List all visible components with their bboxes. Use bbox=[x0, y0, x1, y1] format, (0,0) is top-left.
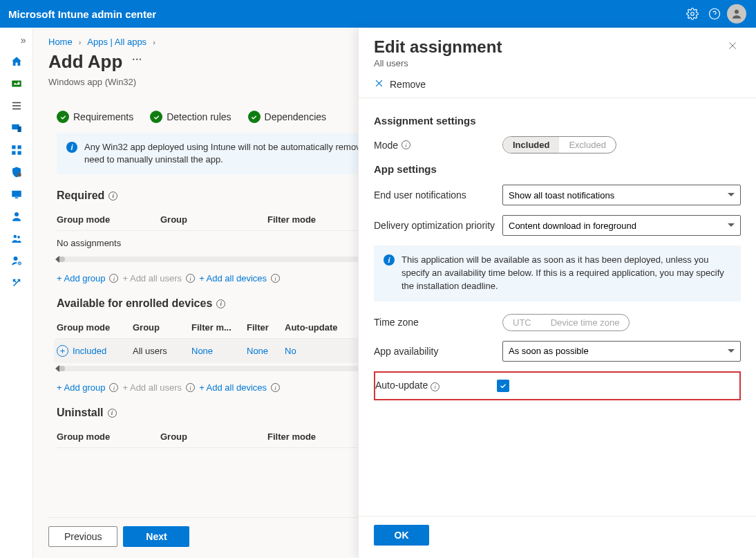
mode-toggle[interactable]: Included Excluded bbox=[502, 136, 616, 154]
check-icon bbox=[150, 111, 162, 123]
col-filter: Filter bbox=[247, 322, 285, 333]
add-all-devices-link[interactable]: + Add all devices bbox=[199, 273, 267, 283]
auto-update-highlight: Auto-update i bbox=[374, 371, 741, 400]
left-nav-rail: » bbox=[0, 28, 33, 558]
col-group: Group bbox=[133, 322, 191, 333]
timezone-label: Time zone bbox=[374, 317, 419, 328]
check-icon bbox=[57, 111, 69, 123]
tab-dependencies[interactable]: Dependencies bbox=[248, 111, 327, 123]
info-icon: i bbox=[384, 254, 395, 266]
security-icon[interactable] bbox=[3, 162, 30, 183]
panel-info-banner: i This application will be available as … bbox=[374, 245, 741, 301]
info-circle-icon[interactable]: i bbox=[186, 383, 195, 392]
previous-button[interactable]: Previous bbox=[48, 526, 117, 547]
info-circle-icon[interactable]: i bbox=[109, 383, 118, 392]
info-circle-icon[interactable]: i bbox=[401, 140, 410, 149]
info-circle-icon[interactable]: i bbox=[271, 274, 280, 283]
close-icon[interactable] bbox=[724, 37, 741, 54]
row-filter[interactable]: None bbox=[247, 346, 285, 356]
top-header: Microsoft Intune admin center bbox=[0, 0, 756, 28]
tab-detection[interactable]: Detection rules bbox=[150, 111, 231, 123]
settings-icon[interactable] bbox=[681, 3, 703, 25]
more-actions-icon[interactable]: ··· bbox=[132, 54, 142, 65]
assignment-settings-heading: Assignment settings bbox=[374, 115, 741, 127]
info-circle-icon[interactable]: i bbox=[108, 409, 117, 418]
availability-select[interactable]: As soon as possible bbox=[502, 341, 741, 362]
dashboard-icon[interactable] bbox=[3, 73, 30, 94]
breadcrumb-apps[interactable]: Apps | All apps bbox=[87, 37, 147, 47]
info-circle-icon[interactable]: i bbox=[186, 274, 195, 283]
apps-icon[interactable] bbox=[3, 140, 30, 160]
tab-requirements[interactable]: Requirements bbox=[57, 111, 133, 123]
section-required-title: Required bbox=[57, 189, 104, 202]
reports-icon[interactable] bbox=[3, 184, 30, 205]
avatar[interactable] bbox=[726, 3, 748, 25]
list-icon[interactable] bbox=[3, 95, 30, 116]
next-button[interactable]: Next bbox=[123, 526, 189, 547]
brand-title: Microsoft Intune admin center bbox=[8, 8, 681, 20]
add-all-users-link[interactable]: + Add all users bbox=[122, 273, 182, 283]
row-filter-mode[interactable]: None bbox=[191, 346, 247, 356]
info-circle-icon[interactable]: i bbox=[109, 274, 118, 283]
info-circle-icon[interactable]: i bbox=[431, 382, 440, 391]
auto-update-checkbox[interactable] bbox=[497, 380, 509, 392]
add-group-link[interactable]: + Add group bbox=[57, 273, 105, 283]
info-icon: i bbox=[66, 142, 77, 153]
delivery-select[interactable]: Content download in foreground bbox=[502, 215, 741, 236]
add-all-users-link[interactable]: + Add all users bbox=[122, 382, 182, 393]
panel-title: Edit assignment bbox=[374, 37, 724, 57]
panel-info-text: This application will be available as so… bbox=[401, 254, 731, 293]
add-group-link[interactable]: + Add group bbox=[57, 382, 105, 393]
svg-point-0 bbox=[691, 12, 694, 16]
help-icon[interactable] bbox=[703, 3, 726, 25]
svg-rect-12 bbox=[12, 151, 15, 155]
delivery-label: Delivery optimization priority bbox=[374, 220, 495, 231]
row-auto-update[interactable]: No bbox=[285, 346, 350, 356]
auto-update-label: Auto-update bbox=[375, 380, 428, 391]
svg-point-18 bbox=[13, 235, 17, 239]
timezone-toggle[interactable]: UTC Device time zone bbox=[502, 314, 630, 331]
mode-included[interactable]: Included bbox=[503, 137, 559, 153]
page-title: Add App bbox=[48, 51, 122, 73]
app-settings-heading: App settings bbox=[374, 163, 741, 175]
users-icon[interactable] bbox=[3, 206, 30, 227]
x-icon bbox=[374, 78, 384, 91]
devices-icon[interactable] bbox=[3, 118, 30, 138]
col-filter-mode: Filter m... bbox=[191, 322, 247, 333]
tz-device[interactable]: Device time zone bbox=[541, 315, 630, 331]
mode-label: Mode bbox=[374, 140, 398, 151]
troubleshoot-icon[interactable] bbox=[3, 272, 30, 293]
info-circle-icon[interactable]: i bbox=[271, 383, 280, 392]
svg-rect-11 bbox=[17, 145, 21, 149]
breadcrumb-home[interactable]: Home bbox=[48, 37, 73, 47]
svg-rect-15 bbox=[12, 191, 21, 197]
col-group: Group bbox=[160, 431, 267, 442]
check-icon bbox=[248, 111, 261, 123]
row-group: All users bbox=[133, 346, 191, 356]
edit-assignment-panel: Edit assignment All users Remove Assignm… bbox=[358, 28, 756, 558]
add-all-devices-link[interactable]: + Add all devices bbox=[199, 382, 267, 393]
svg-point-3 bbox=[735, 10, 739, 14]
info-circle-icon[interactable]: i bbox=[216, 299, 225, 308]
col-group-mode: Group mode bbox=[57, 214, 160, 225]
info-circle-icon[interactable]: i bbox=[108, 192, 117, 201]
remove-label: Remove bbox=[390, 79, 426, 90]
svg-point-19 bbox=[17, 236, 20, 239]
svg-rect-10 bbox=[12, 145, 15, 149]
col-auto-update: Auto-update bbox=[285, 322, 350, 333]
remove-button[interactable]: Remove bbox=[374, 78, 426, 91]
expand-rail-icon[interactable]: » bbox=[0, 30, 33, 50]
groups-icon[interactable] bbox=[3, 228, 30, 249]
tenant-admin-icon[interactable] bbox=[3, 250, 30, 271]
svg-point-14 bbox=[17, 173, 21, 177]
home-icon[interactable] bbox=[3, 51, 30, 72]
notifications-select[interactable]: Show all toast notifications bbox=[502, 185, 741, 205]
row-mode: Included bbox=[73, 346, 106, 356]
mode-excluded[interactable]: Excluded bbox=[559, 137, 615, 153]
availability-label: App availability bbox=[374, 346, 438, 357]
svg-rect-16 bbox=[15, 198, 18, 199]
ok-button[interactable]: OK bbox=[374, 525, 429, 546]
tz-utc[interactable]: UTC bbox=[503, 315, 541, 331]
svg-point-20 bbox=[13, 257, 17, 261]
section-uninstall-title: Uninstall bbox=[57, 407, 104, 419]
